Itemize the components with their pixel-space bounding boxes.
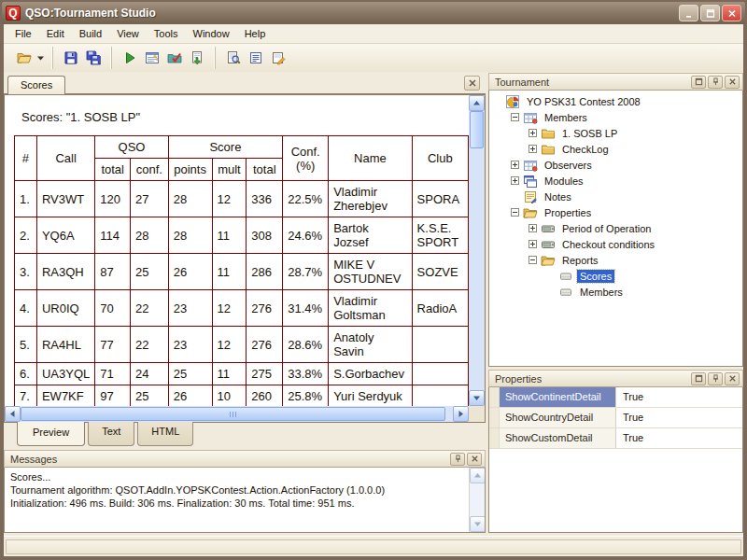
property-row-showcontinentdetail[interactable]: ShowContinentDetail True bbox=[489, 387, 742, 408]
text-view-button[interactable] bbox=[245, 47, 267, 69]
horizontal-scroll-thumb[interactable] bbox=[21, 407, 445, 421]
table-cell: 308 bbox=[247, 217, 283, 254]
report-icon bbox=[558, 269, 573, 284]
pin-icon[interactable] bbox=[450, 453, 465, 466]
table-cell: YQ6A bbox=[36, 217, 94, 254]
folder-icon bbox=[541, 142, 556, 157]
run-button[interactable] bbox=[119, 47, 141, 69]
save-button[interactable] bbox=[60, 47, 82, 69]
tree-item-1-sosb-lp[interactable]: 1. SOSB LP bbox=[491, 125, 740, 141]
close-button[interactable] bbox=[722, 5, 741, 21]
properties-button[interactable] bbox=[267, 47, 289, 69]
table-cell: 4. bbox=[15, 290, 37, 327]
menu-file[interactable]: File bbox=[7, 25, 39, 42]
table-cell: UA3YQL bbox=[36, 363, 94, 385]
property-row-showcountrydetail[interactable]: ShowCountryDetail True bbox=[489, 408, 742, 428]
table-cell: 25.8% bbox=[283, 385, 329, 407]
col-header-points: points bbox=[168, 159, 212, 181]
table-cell: 260 bbox=[247, 385, 283, 407]
scroll-down-button[interactable] bbox=[469, 390, 485, 406]
menu-view[interactable]: View bbox=[109, 25, 147, 42]
caret-down-icon[interactable] bbox=[35, 47, 46, 69]
tab-text[interactable]: Text bbox=[88, 422, 134, 446]
minimize-button[interactable] bbox=[679, 5, 698, 21]
table-cell: 28 bbox=[131, 217, 169, 254]
tree-item-scores[interactable]: Scores bbox=[491, 268, 740, 284]
property-value[interactable]: True bbox=[616, 428, 742, 448]
messages-scrollbar[interactable] bbox=[469, 468, 485, 532]
expander-icon[interactable] bbox=[509, 176, 521, 185]
menu-help[interactable]: Help bbox=[237, 25, 274, 42]
expander-icon[interactable] bbox=[509, 208, 521, 217]
save-all-button[interactable] bbox=[82, 47, 105, 69]
tree-item-modules[interactable]: Modules bbox=[491, 173, 740, 189]
scores-table-body: 1.RV3WT12027281233622.5%Vladimir Zherebj… bbox=[15, 181, 469, 407]
toolbar-group bbox=[215, 47, 293, 69]
build-button[interactable] bbox=[141, 47, 163, 69]
scroll-left-button[interactable] bbox=[5, 406, 21, 422]
vertical-scroll-thumb[interactable] bbox=[470, 111, 484, 148]
scroll-up-button[interactable] bbox=[469, 95, 485, 111]
tree-item-checklog[interactable]: CheckLog bbox=[491, 141, 740, 157]
vertical-scrollbar[interactable] bbox=[469, 95, 485, 406]
close-panel-icon[interactable] bbox=[725, 372, 740, 385]
tree-item-members[interactable]: Members bbox=[491, 109, 740, 125]
tournament-panel: Tournament YO PSK31 Contest 2008Members1… bbox=[488, 73, 743, 367]
menu-window[interactable]: Window bbox=[186, 25, 237, 42]
tree-item-properties[interactable]: Properties bbox=[491, 204, 740, 220]
tree-item-label: Scores bbox=[577, 270, 614, 283]
modules-icon bbox=[523, 174, 538, 189]
property-name[interactable]: ShowCountryDetail bbox=[500, 408, 616, 427]
tree-item-checkout-conditions[interactable]: Checkout conditions bbox=[491, 236, 740, 252]
pin-icon[interactable] bbox=[708, 76, 723, 89]
expander-icon[interactable] bbox=[527, 240, 539, 248]
tree-item-observers[interactable]: Observers bbox=[491, 157, 740, 173]
close-panel-icon[interactable] bbox=[467, 453, 482, 466]
tab-scores[interactable]: Scores bbox=[7, 76, 65, 94]
tree-item-yo-psk31-contest-2008[interactable]: YO PSK31 Contest 2008 bbox=[491, 93, 740, 109]
scroll-up-button[interactable] bbox=[470, 468, 486, 483]
pin-icon[interactable] bbox=[708, 372, 723, 385]
table-cell: RA4HL bbox=[36, 327, 94, 363]
status-bar bbox=[4, 536, 743, 556]
document-close-button[interactable] bbox=[464, 76, 480, 91]
property-value[interactable]: True bbox=[616, 408, 742, 427]
property-name[interactable]: ShowContinentDetail bbox=[500, 387, 616, 407]
validate-button[interactable] bbox=[163, 47, 186, 69]
tree-item-members[interactable]: Members bbox=[491, 284, 740, 300]
tree-item-notes[interactable]: Notes bbox=[491, 189, 740, 204]
maximize-panel-icon[interactable] bbox=[691, 76, 706, 89]
scroll-down-button[interactable] bbox=[470, 516, 486, 532]
expander-icon[interactable] bbox=[527, 256, 539, 264]
table-cell: 120 bbox=[95, 181, 131, 217]
close-panel-icon[interactable] bbox=[725, 76, 740, 89]
properties-panel: Properties ShowContinentDetail True Show… bbox=[488, 370, 743, 533]
expander-icon[interactable] bbox=[527, 145, 539, 153]
tab-preview[interactable]: Preview bbox=[17, 422, 85, 446]
property-row-showcustomdetail[interactable]: ShowCustomDetail True bbox=[489, 428, 742, 449]
table-cell: 25 bbox=[131, 385, 169, 407]
menu-edit[interactable]: Edit bbox=[39, 25, 72, 42]
expander-icon[interactable] bbox=[509, 161, 521, 169]
tab-html[interactable]: HTML bbox=[137, 422, 193, 446]
menu-build[interactable]: Build bbox=[72, 25, 109, 42]
maximize-panel-icon[interactable] bbox=[691, 372, 706, 385]
scroll-right-button[interactable] bbox=[453, 406, 469, 422]
open-button[interactable] bbox=[13, 47, 35, 69]
table-cell: Vladimir Goltsman bbox=[329, 290, 412, 327]
tree-item-period-of-operation[interactable]: Period of Operation bbox=[491, 220, 740, 236]
message-line: Initialization: 496 ms. Build: 306 ms. F… bbox=[10, 497, 463, 510]
expander-icon[interactable] bbox=[527, 224, 539, 232]
property-value[interactable]: True bbox=[616, 387, 742, 407]
menu-tools[interactable]: Tools bbox=[147, 25, 186, 42]
expander-icon[interactable] bbox=[509, 113, 521, 121]
property-name[interactable]: ShowCustomDetail bbox=[500, 428, 616, 448]
maximize-button[interactable] bbox=[700, 5, 720, 21]
preview-button[interactable] bbox=[222, 47, 245, 69]
tree-item-reports[interactable]: Reports bbox=[491, 252, 740, 268]
expander-icon[interactable] bbox=[527, 129, 539, 137]
report-preview-pane: Scores: "1. SOSB LP" # Call QSO bbox=[4, 94, 486, 423]
table-cell: 24.6% bbox=[283, 217, 329, 254]
export-button[interactable] bbox=[186, 47, 208, 69]
horizontal-scrollbar[interactable] bbox=[5, 406, 469, 422]
